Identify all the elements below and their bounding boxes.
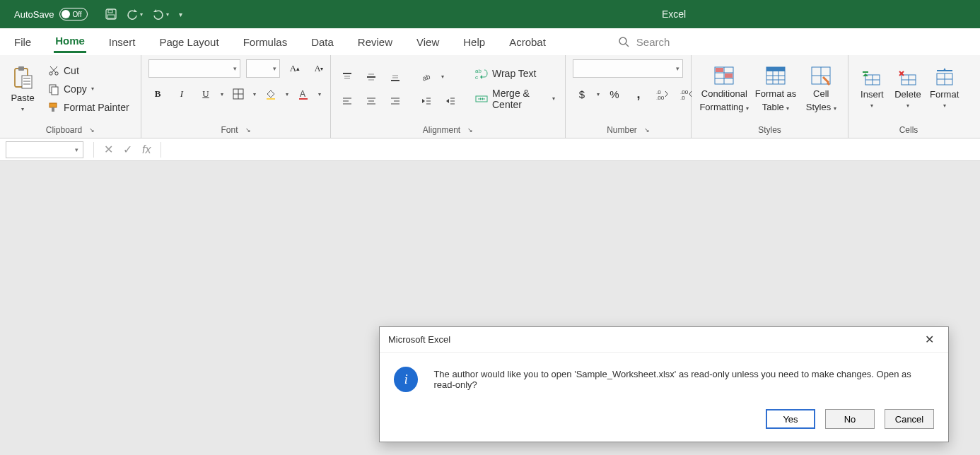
copy-label: Copy [64,83,87,95]
increase-font-button[interactable]: A▴ [286,59,304,78]
number-format-combo[interactable]: ▾ [573,59,683,78]
autosave-toggle[interactable]: Off [59,8,88,20]
format-cells-button[interactable]: Format ▾ [927,69,962,109]
cancel-button[interactable]: Cancel [885,409,934,429]
svg-rect-66 [766,67,785,71]
customize-qat-button[interactable]: ▾ [179,11,182,18]
save-icon[interactable] [105,8,117,20]
name-box[interactable]: ▾ [6,141,83,158]
search-placeholder: Search [636,36,670,48]
borders-button[interactable] [229,85,247,103]
formula-bar: ▾ ✕ ✓ fx [0,138,980,161]
chevron-down-icon[interactable]: ▾ [441,73,444,80]
font-size-combo[interactable]: ▾ [246,59,280,78]
tab-acrobat[interactable]: Acrobat [508,32,547,52]
currency-button[interactable]: $ [573,85,591,103]
align-left-button[interactable] [338,92,356,110]
group-launcher-icon[interactable]: ↘ [245,126,251,134]
decrease-indent-button[interactable] [417,92,436,110]
enter-formula-icon[interactable]: ✓ [123,143,132,156]
group-launcher-icon[interactable]: ↘ [644,126,650,134]
separator [93,142,94,158]
format-as-label-1: Format as [755,88,797,99]
conditional-formatting-button[interactable]: Conditional Formatting ▾ [699,66,750,112]
insert-cells-icon [861,69,882,86]
format-painter-button[interactable]: Format Painter [45,100,132,114]
cut-button[interactable]: Cut [45,64,132,78]
paste-icon [12,66,33,90]
increase-indent-button[interactable] [441,92,460,110]
align-right-button[interactable] [386,92,404,110]
align-middle-button[interactable] [362,68,380,86]
underline-button[interactable]: U [197,85,215,103]
svg-text:ab: ab [475,68,482,74]
bold-button[interactable]: B [148,85,167,103]
align-top-button[interactable] [338,68,356,86]
tab-review[interactable]: Review [356,32,394,52]
group-launcher-icon[interactable]: ↘ [467,126,473,134]
chevron-down-icon: ▾ [676,65,679,72]
autosave-control: AutoSave Off [14,8,88,20]
insert-cells-button[interactable]: Insert ▾ [856,69,889,109]
chevron-down-icon[interactable]: ▾ [253,91,256,98]
info-icon: i [394,367,418,392]
copy-button[interactable]: Copy ▾ [45,82,132,96]
search-box[interactable]: Search [618,36,670,48]
tab-formulas[interactable]: Formulas [242,32,289,52]
chevron-down-icon: ▾ [943,102,946,109]
separator [161,142,161,158]
italic-button[interactable]: I [173,85,191,103]
paste-button[interactable]: Paste ▾ [7,66,38,112]
fx-label[interactable]: fx [142,143,151,156]
tab-insert[interactable]: Insert [107,32,137,52]
chevron-down-icon[interactable]: ▾ [597,91,600,98]
align-center-button[interactable] [362,92,380,110]
font-color-button[interactable]: A [294,85,313,103]
undo-button[interactable]: ▾ [127,8,143,20]
chevron-down-icon[interactable]: ▾ [286,91,288,98]
tab-view[interactable]: View [415,32,441,52]
no-button[interactable]: No [825,409,875,429]
format-as-table-button[interactable]: Format as Table ▾ [753,66,799,112]
chevron-down-icon[interactable]: ▾ [318,91,321,98]
cancel-formula-icon[interactable]: ✕ [104,143,113,156]
formula-input[interactable] [165,141,980,158]
cell-label-1: Cell [813,88,829,99]
wrap-text-button[interactable]: abc Wrap Text [472,66,558,81]
format-cells-label: Format [930,89,959,100]
tab-help[interactable]: Help [462,32,486,52]
close-icon[interactable]: ✕ [919,330,940,349]
group-launcher-icon[interactable]: ↘ [89,126,95,134]
decrease-font-button[interactable]: A▾ [310,59,328,78]
svg-text:ab: ab [421,72,432,82]
svg-rect-7 [22,76,32,88]
group-clipboard: Paste ▾ Cut Copy ▾ Format Painter [0,55,141,138]
delete-cells-button[interactable]: Delete ▾ [892,69,925,109]
svg-text:A: A [300,89,305,99]
align-bottom-button[interactable] [386,68,404,86]
redo-button[interactable]: ▾ [153,8,169,20]
tab-page-layout[interactable]: Page Layout [158,32,220,52]
chevron-down-icon[interactable]: ▾ [221,91,223,98]
tab-home[interactable]: Home [54,30,86,53]
font-name-combo[interactable]: ▾ [148,59,240,78]
group-cells: Insert ▾ Delete ▾ Format ▾ Cells [848,55,969,138]
svg-text:c: c [475,74,478,81]
increase-decimal-button[interactable]: .0.00 [653,85,672,103]
tab-data[interactable]: Data [310,32,335,52]
cell-styles-button[interactable]: Cell Styles ▾ [802,66,841,112]
chevron-down-icon: ▾ [91,85,94,92]
merge-icon [475,93,488,105]
group-number-label: Number [607,125,637,135]
comma-style-button[interactable]: , [629,85,648,103]
merge-center-button[interactable]: Merge & Center ▾ [472,86,558,112]
autosave-state: Off [72,11,81,18]
percent-button[interactable]: % [605,85,624,103]
tab-file[interactable]: File [13,32,33,52]
yes-button[interactable]: Yes [766,409,815,429]
fill-color-button[interactable] [262,85,280,103]
orientation-button[interactable]: ab [417,68,436,86]
insert-cells-label: Insert [861,89,884,100]
chevron-down-icon[interactable]: ▾ [71,146,83,153]
svg-line-4 [626,44,629,47]
